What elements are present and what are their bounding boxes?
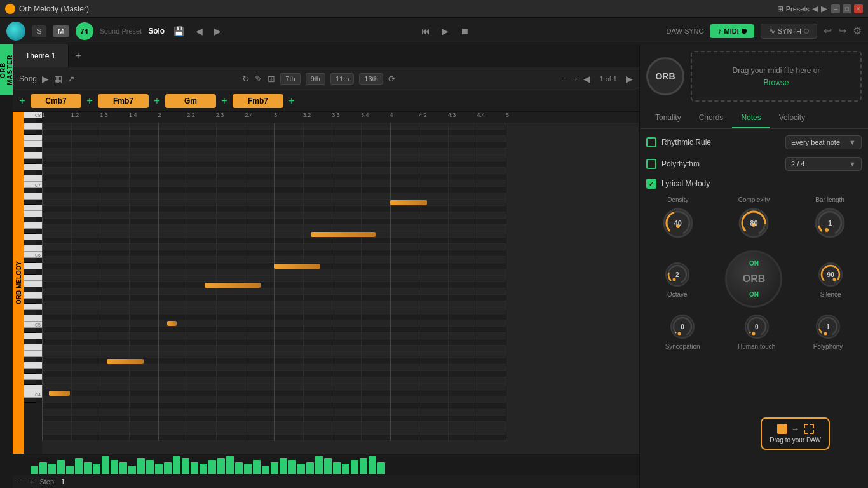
piano-key-black[interactable] [24, 339, 36, 344]
piano-key-black[interactable] [24, 118, 36, 123]
piano-key-black[interactable] [24, 170, 36, 175]
piano-key-black[interactable] [24, 200, 36, 205]
piano-key-white[interactable] [24, 274, 42, 281]
note-block[interactable] [167, 321, 177, 326]
chord-btn-3[interactable]: Fmb7 [233, 94, 283, 108]
piano-key-white[interactable] [24, 344, 42, 351]
s-mode-btn[interactable]: S [32, 25, 46, 37]
loop-btn[interactable]: ⟳ [388, 74, 396, 84]
piano-key-black[interactable] [24, 130, 36, 135]
9th-btn[interactable]: 9th [306, 73, 325, 85]
piano-key-white[interactable] [24, 234, 42, 240]
rhythmic-rule-dropdown[interactable]: Every beat note ▼ [785, 135, 862, 149]
add-theme-btn[interactable]: + [69, 44, 87, 67]
octave-knob[interactable]: 2 [663, 261, 691, 288]
midi-btn[interactable]: ♪ MIDI [710, 24, 754, 38]
piano-key-black[interactable] [24, 328, 36, 333]
human-touch-knob[interactable]: 0 [743, 313, 771, 341]
13th-btn[interactable]: 13th [359, 73, 383, 85]
next-btn[interactable]: ▶ [212, 25, 224, 37]
piano-key-black[interactable] [24, 369, 36, 374]
note-block[interactable] [49, 391, 70, 396]
piano-key-white[interactable] [24, 263, 42, 269]
zoom-in-btn[interactable]: + [573, 74, 578, 84]
density-knob[interactable]: 40 [661, 206, 695, 240]
zoom-out-btn[interactable]: − [563, 74, 568, 84]
complexity-knob[interactable]: 80 [736, 206, 771, 240]
synth-btn[interactable]: ∿ SYNTH [761, 24, 817, 39]
note-block[interactable] [274, 264, 320, 269]
grid-view-btn[interactable]: ▦ [54, 74, 62, 84]
piano-key-white[interactable] [24, 304, 42, 310]
piano-key-black[interactable] [24, 258, 36, 263]
track-label-orb-melody[interactable]: ORB MELODY [13, 112, 24, 454]
orb-master-label[interactable]: ORB MASTER [0, 44, 13, 95]
prev-btn[interactable]: ◀ [193, 25, 205, 37]
piano-key-white[interactable] [24, 205, 42, 211]
piano-key-white[interactable]: C8 [24, 112, 42, 118]
piano-key-white[interactable] [24, 385, 42, 391]
piano-key-white[interactable] [24, 152, 42, 159]
7th-btn[interactable]: 7th [280, 73, 300, 85]
note-block[interactable] [107, 359, 144, 364]
drag-to-daw[interactable]: → Drag to your DAW [761, 417, 830, 450]
maximize-btn[interactable]: □ [843, 4, 851, 13]
prev-page-btn[interactable]: ◀ [583, 74, 590, 84]
piano-key-white[interactable]: C4 [24, 391, 42, 398]
piano-key-black[interactable] [24, 240, 36, 245]
chord-add-btn-3[interactable]: + [219, 95, 230, 107]
note-block[interactable] [390, 200, 427, 205]
rewind-btn[interactable]: ⏮ [419, 25, 433, 37]
m-mode-btn[interactable]: M [53, 25, 69, 37]
piano-key-black[interactable] [24, 398, 36, 403]
note-block[interactable] [311, 232, 376, 237]
edit-btn[interactable]: ✎ [255, 74, 262, 84]
next-page-btn[interactable]: ▶ [626, 74, 633, 84]
piano-key-white[interactable] [24, 333, 42, 339]
theme-tab-1[interactable]: Theme 1 [13, 44, 69, 67]
piano-key-white[interactable] [24, 245, 42, 252]
settings-btn[interactable]: ⚙ [853, 25, 862, 37]
piano-key-white[interactable] [24, 374, 42, 380]
piano-key-white[interactable] [24, 193, 42, 200]
piano-key-white[interactable]: C5 [24, 322, 42, 328]
increase-step-btn[interactable]: + [29, 477, 34, 487]
orb-main-knob[interactable]: ON ORB ON [725, 250, 782, 308]
piano-key-black[interactable] [24, 380, 36, 385]
piano-key-white[interactable] [24, 135, 42, 141]
prev-preset-btn[interactable]: ◀ [812, 4, 818, 13]
chord-add-btn-2[interactable]: + [151, 95, 163, 107]
midi-drop-area[interactable]: Drag your midi file here or Browse [691, 51, 862, 102]
piano-key-black[interactable] [24, 229, 36, 234]
11th-btn[interactable]: 11th [330, 73, 354, 85]
chord-btn-0[interactable]: Cmb7 [31, 94, 81, 108]
chord-add-btn-0[interactable]: + [17, 95, 28, 107]
lyrical-melody-checkbox[interactable] [646, 179, 656, 189]
chord-add-btn-4[interactable]: + [286, 95, 297, 107]
piano-key-white[interactable] [24, 123, 42, 130]
tab-notes[interactable]: Notes [732, 108, 770, 128]
piano-key-black[interactable] [24, 269, 36, 274]
chord-btn-1[interactable]: Fmb7 [98, 94, 149, 108]
play-song-btn[interactable]: ▶ [42, 74, 49, 84]
piano-key-white[interactable] [24, 362, 42, 369]
rhythmic-rule-checkbox[interactable] [646, 137, 656, 147]
minimize-btn[interactable]: ─ [831, 4, 840, 13]
piano-key-black[interactable] [24, 310, 36, 315]
save-icon[interactable]: 💾 [171, 25, 187, 37]
note-block[interactable] [205, 283, 261, 288]
silence-knob[interactable]: 90 [817, 261, 844, 288]
play-btn[interactable]: ▶ [439, 25, 451, 37]
bpm-display[interactable]: 74 [76, 22, 93, 40]
polyrhythm-dropdown[interactable]: 2 / 4 ▼ [785, 157, 862, 171]
piano-key-white[interactable] [24, 211, 42, 217]
piano-key-white[interactable] [24, 281, 42, 287]
next-preset-btn[interactable]: ▶ [821, 4, 827, 13]
tab-velocity[interactable]: Velocity [770, 108, 814, 128]
chord-btn-2[interactable]: Gm [165, 94, 216, 108]
piano-key-black[interactable] [24, 188, 36, 193]
piano-key-black[interactable] [24, 357, 36, 362]
close-btn[interactable]: ✕ [854, 4, 863, 13]
export-btn[interactable]: ↗ [67, 74, 75, 84]
piano-key-white[interactable]: C7 [24, 182, 42, 188]
